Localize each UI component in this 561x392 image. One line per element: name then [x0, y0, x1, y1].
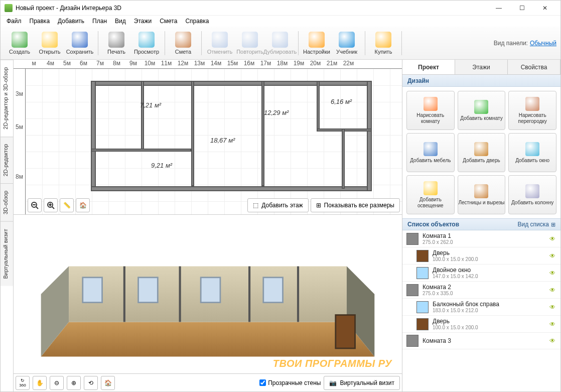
- show-dims-button[interactable]: ⊞Показывать все размеры: [311, 198, 400, 212]
- vtab-1[interactable]: 2D-редактор: [1, 137, 13, 183]
- ruler-button[interactable]: 📏: [60, 198, 74, 212]
- add-light-tool[interactable]: Добавить освещение: [406, 175, 455, 214]
- visibility-icon[interactable]: 👁: [549, 287, 556, 294]
- add-furniture-icon: [424, 142, 438, 156]
- draw-partition-tool[interactable]: Нарисовать перегородку: [508, 91, 556, 130]
- object-item[interactable]: Комната 3👁: [402, 333, 560, 349]
- print-icon: [108, 32, 124, 48]
- ruler-horizontal: м4м5м6м7м8м9м10м11м12м13м14м15м16м17м18м…: [14, 60, 402, 69]
- maximize-button[interactable]: ☐: [510, 1, 533, 16]
- duplicate-button[interactable]: Дублировать: [265, 29, 295, 57]
- visibility-icon[interactable]: 👁: [549, 270, 556, 277]
- visibility-icon[interactable]: 👁: [549, 252, 556, 259]
- rotate-360-button[interactable]: ↻360: [16, 376, 30, 390]
- rtab-Свойства[interactable]: Свойства: [508, 60, 560, 74]
- window-icon: [416, 267, 429, 279]
- ruler-vertical: 3м5м8м: [14, 69, 26, 214]
- window-icon: [416, 301, 429, 313]
- home-3d-button[interactable]: 🏠: [101, 376, 115, 390]
- reset-button[interactable]: ⟲: [84, 376, 98, 390]
- door-icon: [416, 318, 429, 330]
- zoom-in-3d-button[interactable]: ⊕: [67, 376, 81, 390]
- svg-line-1: [36, 207, 38, 209]
- add-room-tool[interactable]: Добавить комнату: [458, 91, 506, 130]
- menu-Вид[interactable]: Вид: [111, 17, 130, 26]
- visibility-icon[interactable]: 👁: [549, 235, 556, 242]
- settings-button[interactable]: Настройки: [302, 29, 332, 57]
- undo-icon: [212, 32, 228, 48]
- visibility-icon[interactable]: 👁: [549, 321, 556, 328]
- object-item[interactable]: Дверь100.0 x 15.0 x 200.0👁: [402, 316, 560, 333]
- open-button[interactable]: Открыть: [35, 29, 65, 57]
- help-icon: [339, 32, 355, 48]
- vtab-3[interactable]: Виртуальный визит: [1, 221, 13, 286]
- svg-rect-17: [201, 278, 220, 303]
- estimate-button[interactable]: Смета: [168, 29, 198, 57]
- transparent-walls-checkbox[interactable]: Прозрачные стены: [259, 379, 321, 386]
- room-label: 9,21 м²: [151, 162, 172, 169]
- undo-button[interactable]: Отменить: [205, 29, 235, 57]
- vtab-2[interactable]: 3D-обзор: [1, 183, 13, 221]
- add-column-tool[interactable]: Добавить колонну: [508, 175, 556, 214]
- add-floor-button[interactable]: ⬚Добавить этаж: [247, 198, 308, 212]
- menu-Файл[interactable]: Файл: [3, 17, 26, 26]
- add-room-icon: [474, 100, 488, 114]
- add-column-icon: [525, 184, 539, 198]
- rtab-Этажи[interactable]: Этажи: [455, 60, 508, 74]
- zoom-out-3d-button[interactable]: ⊖: [50, 376, 64, 390]
- view-list-link[interactable]: Вид списка ⊞: [518, 221, 555, 228]
- canvas-2d[interactable]: 📏 🏠 ⬚Добавить этаж ⊞Показывать все разме…: [26, 69, 402, 214]
- minimize-button[interactable]: —: [487, 1, 510, 16]
- add-furniture-tool[interactable]: Добавить мебель: [406, 133, 455, 172]
- menu-Добавить[interactable]: Добавить: [54, 17, 88, 26]
- virtual-visit-button[interactable]: 📷Виртуальный визит: [324, 376, 400, 390]
- create-button[interactable]: Создать: [5, 29, 35, 57]
- object-item[interactable]: Дверь100.0 x 15.0 x 200.0👁: [402, 247, 560, 265]
- right-tabs: ПроектЭтажиСвойства: [402, 60, 560, 75]
- draw-room-tool[interactable]: Нарисовать комнату: [406, 91, 455, 130]
- visibility-icon[interactable]: 👁: [549, 337, 556, 344]
- room-icon: [406, 284, 418, 296]
- vtab-0[interactable]: 2D-редактор и 3D-обзор: [1, 60, 13, 137]
- svg-marker-7: [41, 322, 375, 356]
- object-item[interactable]: Балконный блок справа183.0 x 15.0 x 212.…: [402, 299, 560, 316]
- estimate-icon: [175, 32, 191, 48]
- menu-Этажи[interactable]: Этажи: [130, 17, 156, 26]
- menu-Справка[interactable]: Справка: [181, 17, 213, 26]
- settings-icon: [309, 32, 325, 48]
- svg-rect-18: [263, 278, 283, 303]
- object-item[interactable]: Комната 1275.0 x 262.0👁: [402, 230, 560, 247]
- svg-rect-19: [336, 315, 355, 348]
- print-button[interactable]: Печать: [101, 29, 131, 57]
- close-button[interactable]: ✕: [533, 1, 556, 16]
- visibility-icon[interactable]: 👁: [549, 304, 556, 311]
- menu-Правка[interactable]: Правка: [26, 17, 54, 26]
- right-panel: ПроектЭтажиСвойства Дизайн Нарисовать ко…: [402, 60, 560, 391]
- object-item[interactable]: Двойное окно147.0 x 15.0 x 142.0👁: [402, 265, 560, 282]
- stairs-tool[interactable]: Лестницы и вырезы: [458, 175, 506, 214]
- menu-Смета[interactable]: Смета: [156, 17, 181, 26]
- menu-План[interactable]: План: [88, 17, 111, 26]
- pan-button[interactable]: ✋: [33, 376, 47, 390]
- add-light-icon: [424, 181, 438, 195]
- zoom-in-button[interactable]: [44, 198, 58, 212]
- main-area: м4м5м6м7м8м9м10м11м12м13м14м15м16м17м18м…: [14, 60, 402, 391]
- create-icon: [12, 32, 28, 48]
- panel-mode-link[interactable]: Обычный: [530, 40, 556, 47]
- redo-button[interactable]: Повторить: [235, 29, 265, 57]
- save-button[interactable]: Сохранить: [65, 29, 95, 57]
- buy-button[interactable]: Купить: [368, 29, 398, 57]
- preview-button[interactable]: Просмотр: [131, 29, 162, 57]
- home-button[interactable]: 🏠: [76, 198, 90, 212]
- rtab-Проект[interactable]: Проект: [402, 60, 455, 74]
- panel-mode-label: Вид панели:: [494, 40, 528, 47]
- canvas-3d[interactable]: ТВОИ ПРОГРАММЫ РУ: [14, 214, 402, 373]
- add-door-tool[interactable]: Добавить дверь: [458, 133, 506, 172]
- add-window-tool[interactable]: Добавить окно: [508, 133, 556, 172]
- zoom-out-button[interactable]: [28, 198, 42, 212]
- help-button[interactable]: Учебник: [332, 29, 362, 57]
- room-label: 12,29 м²: [264, 109, 289, 116]
- room-label: 18,67 м²: [210, 137, 235, 144]
- draw-room-icon: [424, 97, 438, 111]
- object-item[interactable]: Комната 2275.0 x 335.0👁: [402, 282, 560, 299]
